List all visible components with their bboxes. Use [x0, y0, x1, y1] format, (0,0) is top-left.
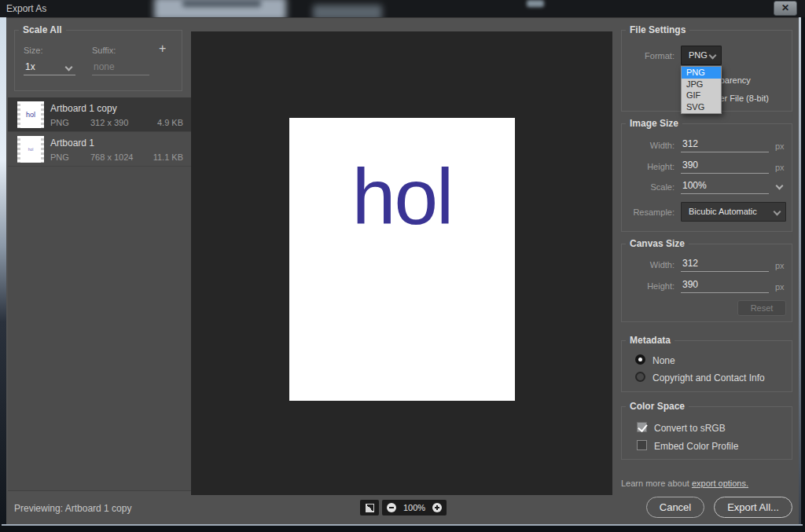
canvas-height-label: Height:: [604, 281, 675, 291]
format-value: PNG: [689, 50, 708, 60]
title-bar: Export As: [0, 0, 805, 17]
export-all-button[interactable]: Export All...: [714, 497, 792, 518]
image-size-title: Image Size: [626, 118, 682, 129]
format-select[interactable]: PNG: [681, 46, 722, 65]
scale-label: Scale:: [604, 182, 675, 192]
learn-more-text: Learn more about export options.: [621, 479, 748, 488]
blurred-background-glint: [527, 0, 544, 7]
artboard-list: hol Artboard 1 copy PNG 312 x 390 4.9 KB…: [8, 97, 191, 491]
artboard-name: Artboard 1 copy: [50, 103, 117, 114]
size-label: Size:: [24, 46, 42, 55]
scale-all-panel: [14, 30, 182, 91]
artboard-dimensions: 312 x 390: [90, 118, 128, 127]
zoom-out-icon[interactable]: [387, 503, 396, 512]
artboard-dimensions: 768 x 1024: [90, 152, 133, 162]
fit-icon: [366, 504, 374, 512]
canvas-height-unit: px: [775, 282, 785, 292]
canvas-height-input[interactable]: 390: [681, 279, 769, 293]
artboard-thumbnail: hol: [17, 136, 44, 163]
dropdown-option-jpg[interactable]: JPG: [682, 79, 721, 90]
blurred-background-panel: [313, 5, 382, 17]
artboard-content-text: hol: [352, 157, 452, 401]
thumbnail-text: hol: [26, 111, 35, 119]
artboard-preview: hol: [289, 118, 515, 401]
window-title: Export As: [6, 3, 46, 14]
add-scale-button[interactable]: +: [159, 42, 166, 56]
window-frame-bottom: [2, 524, 803, 526]
metadata-none-radio[interactable]: [635, 354, 645, 365]
width-label: Width:: [604, 141, 675, 150]
chevron-down-icon: [709, 52, 717, 60]
close-icon[interactable]: ✕: [774, 1, 797, 16]
format-label: Format:: [604, 51, 675, 61]
metadata-copyright-radio[interactable]: [635, 372, 645, 382]
embed-profile-checkbox[interactable]: [637, 440, 647, 450]
metadata-panel: [621, 340, 792, 392]
artboard-thumbnail: hol: [17, 101, 44, 128]
artboard-row[interactable]: hol Artboard 1 PNG 768 x 1024 11.1 KB: [8, 132, 191, 167]
zoom-controls: 100%: [382, 500, 447, 515]
convert-srgb-checkbox[interactable]: [637, 422, 647, 432]
artboard-format: PNG: [50, 152, 69, 162]
scale-input[interactable]: 100%: [681, 180, 769, 194]
previewing-status: Previewing: Artboard 1 copy: [14, 503, 131, 514]
thumbnail-text: hol: [28, 147, 34, 152]
canvas-width-input[interactable]: 312: [681, 258, 769, 272]
scale-all-title: Scale All: [19, 24, 66, 35]
artboard-format: PNG: [50, 118, 69, 127]
resample-label: Resample:: [604, 207, 675, 217]
width-unit: px: [775, 141, 785, 151]
resample-select[interactable]: Bicubic Automatic: [681, 202, 786, 222]
blurred-tab-text: [182, 0, 261, 7]
export-options-link[interactable]: export options.: [692, 479, 748, 488]
zoom-level: 100%: [403, 503, 425, 512]
artboard-filesize: 4.9 KB: [157, 118, 183, 127]
file-settings-title: File Settings: [626, 24, 689, 35]
suffix-input[interactable]: none: [92, 61, 149, 75]
canvas-width-label: Width:: [604, 260, 675, 270]
width-input[interactable]: 312: [681, 138, 769, 152]
artboard-row-selected[interactable]: hol Artboard 1 copy PNG 312 x 390 4.9 KB: [8, 97, 191, 132]
embed-profile-label: Embed Color Profile: [654, 441, 738, 452]
format-dropdown: PNG JPG GIF SVG: [681, 66, 722, 114]
dropdown-option-png[interactable]: PNG: [682, 67, 721, 79]
zoom-in-icon[interactable]: [432, 503, 442, 512]
chevron-down-icon: [774, 208, 781, 216]
window-frame-right: [799, 17, 801, 525]
artboard-name: Artboard 1: [50, 138, 94, 149]
fit-to-view-button[interactable]: [360, 500, 379, 515]
metadata-title: Metadata: [626, 335, 675, 346]
resample-value: Bicubic Automatic: [689, 207, 757, 216]
window-frame-left: [0, 17, 6, 525]
metadata-none-label: None: [652, 355, 675, 366]
artboard-filesize: 11.1 KB: [153, 152, 183, 162]
suffix-label: Suffix:: [92, 46, 116, 55]
canvas-width-unit: px: [775, 261, 785, 270]
height-unit: px: [775, 163, 785, 172]
learn-more-prefix: Learn more about: [621, 479, 692, 488]
dropdown-option-svg[interactable]: SVG: [682, 101, 721, 113]
cancel-button[interactable]: Cancel: [646, 497, 704, 518]
dropdown-option-gif[interactable]: GIF: [682, 90, 721, 101]
reset-button[interactable]: Reset: [737, 300, 786, 316]
metadata-copyright-label: Copyright and Contact Info: [652, 372, 765, 383]
convert-srgb-label: Convert to sRGB: [654, 423, 726, 434]
canvas-size-title: Canvas Size: [626, 238, 689, 249]
preview-canvas: hol: [191, 31, 612, 495]
height-label: Height:: [604, 162, 675, 171]
color-space-title: Color Space: [626, 401, 689, 412]
height-input[interactable]: 390: [681, 160, 769, 174]
